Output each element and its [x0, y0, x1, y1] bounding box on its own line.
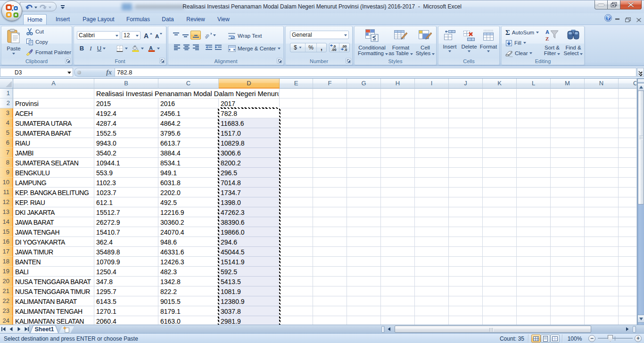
- cell-C9[interactable]: 949.1: [158, 168, 218, 178]
- cell-D18[interactable]: 15141.9: [219, 257, 279, 267]
- cell-A3[interactable]: ACEH: [13, 108, 94, 118]
- format-painter-button[interactable]: Format Painter: [26, 48, 71, 57]
- cell-C7[interactable]: 3884.4: [158, 148, 218, 158]
- cell-D2[interactable]: 2017: [219, 98, 279, 108]
- cell-A21[interactable]: NUSA TENGGARA TIMUR: [13, 286, 94, 296]
- cell-D8[interactable]: 8200.2: [219, 158, 279, 168]
- comma-style-button[interactable]: ,: [317, 43, 326, 52]
- cell-C15[interactable]: 24070.4: [158, 227, 218, 237]
- insert-function-button[interactable]: fx: [106, 69, 112, 76]
- cell-A7[interactable]: JAMBI: [13, 148, 94, 158]
- cell-B4[interactable]: 4287.4: [94, 118, 158, 128]
- cell-A16[interactable]: DI YOGYAKARTA: [13, 237, 94, 247]
- tab-split-handle[interactable]: [381, 326, 385, 333]
- autosum-button[interactable]: Σ AutoSum: [505, 28, 539, 37]
- office-button[interactable]: [1, 0, 22, 21]
- font-name-combo[interactable]: Calibri: [77, 31, 120, 40]
- number-dialog-launcher[interactable]: [346, 58, 351, 64]
- scroll-right-button[interactable]: [625, 327, 630, 332]
- cell-D13[interactable]: 47262.3: [219, 207, 279, 217]
- cell-D11[interactable]: 1734.7: [219, 188, 279, 197]
- cell-B24[interactable]: 2060.4: [94, 316, 158, 325]
- middle-align-button[interactable]: [181, 31, 190, 40]
- cell-C6[interactable]: 6613.7: [158, 138, 218, 148]
- cell-A11[interactable]: KEP. BANGKA BELITUNG: [13, 188, 94, 197]
- cell-B6[interactable]: 9943.0: [94, 138, 158, 148]
- decrease-indent-button[interactable]: [204, 43, 213, 52]
- select-all-corner[interactable]: [0, 79, 13, 89]
- cell-A18[interactable]: BANTEN: [13, 257, 94, 267]
- minimize-button[interactable]: [594, 0, 608, 9]
- cell-C13[interactable]: 12216.9: [158, 207, 218, 217]
- font-color-button[interactable]: A: [147, 44, 161, 53]
- cell-A6[interactable]: RIAU: [13, 138, 94, 148]
- borders-button[interactable]: [115, 44, 129, 53]
- cell-D14[interactable]: 38390.6: [219, 217, 279, 227]
- cell-A2[interactable]: Provinsi: [13, 98, 94, 108]
- cell-A14[interactable]: JAWA BARAT: [13, 217, 94, 227]
- cell-B3[interactable]: 4192.4: [94, 108, 158, 118]
- increase-decimal-button[interactable]: .0 .00: [330, 43, 339, 52]
- cell-D10[interactable]: 7014.8: [219, 178, 279, 188]
- italic-button[interactable]: I: [87, 44, 95, 53]
- cell-B5[interactable]: 1552.5: [94, 128, 158, 138]
- underline-button[interactable]: U: [95, 44, 107, 53]
- row-header-19[interactable]: 19: [0, 267, 13, 277]
- row-header-10[interactable]: 10: [0, 178, 13, 188]
- restore-button[interactable]: [608, 0, 620, 9]
- cell-C3[interactable]: 2456.1: [158, 108, 218, 118]
- cell-B7[interactable]: 3540.2: [94, 148, 158, 158]
- tab-insert[interactable]: Insert: [51, 14, 74, 24]
- column-header-O[interactable]: O: [619, 79, 637, 89]
- cell-C11[interactable]: 2202.0: [158, 188, 218, 197]
- scroll-left-button[interactable]: [387, 327, 392, 332]
- cell-D15[interactable]: 19866.0: [219, 227, 279, 237]
- clipboard-dialog-launcher[interactable]: [65, 58, 71, 64]
- row-header-8[interactable]: 8: [0, 158, 13, 168]
- cell-A4[interactable]: SUMATERA UTARA: [13, 118, 94, 128]
- cell-C14[interactable]: 30360.2: [158, 217, 218, 227]
- cell-A12[interactable]: KEP. RIAU: [13, 197, 94, 207]
- cell-A13[interactable]: DKI JAKARTA: [13, 207, 94, 217]
- zoom-in-button[interactable]: +: [635, 335, 642, 342]
- accounting-format-button[interactable]: $: [290, 43, 305, 52]
- increase-indent-button[interactable]: [214, 43, 223, 52]
- cell-D3[interactable]: 782.8: [219, 108, 279, 118]
- cell-C20[interactable]: 1342.8: [158, 277, 218, 286]
- vertical-scroll-thumb[interactable]: [638, 90, 644, 204]
- column-header-H[interactable]: H: [381, 79, 415, 89]
- row-header-1[interactable]: 1: [0, 89, 13, 98]
- last-sheet-button[interactable]: [24, 327, 29, 332]
- cell-D24[interactable]: 2981.9: [219, 316, 279, 325]
- wrap-text-button[interactable]: Wrap Text: [228, 32, 262, 40]
- sheet-tab-sheet1[interactable]: Sheet1: [30, 325, 59, 334]
- cell-C12[interactable]: 492.5: [158, 197, 218, 207]
- column-header-L[interactable]: L: [517, 79, 551, 89]
- cell-C8[interactable]: 8534.1: [158, 158, 218, 168]
- cell-C5[interactable]: 3795.6: [158, 128, 218, 138]
- row-header-13[interactable]: 13: [0, 207, 13, 217]
- cell-B22[interactable]: 6143.5: [94, 296, 158, 306]
- tab-view[interactable]: View: [212, 14, 235, 24]
- cell-D6[interactable]: 10829.8: [219, 138, 279, 148]
- copy-button[interactable]: Copy: [26, 38, 48, 46]
- fill-button[interactable]: Fill: [505, 39, 526, 47]
- clear-button[interactable]: Clear: [505, 49, 532, 57]
- cell-B18[interactable]: 10709.9: [94, 257, 158, 267]
- row-header-22[interactable]: 22: [0, 296, 13, 306]
- cell-B9[interactable]: 553.9: [94, 168, 158, 178]
- cell-C24[interactable]: 6163.0: [158, 316, 218, 325]
- cell-C22[interactable]: 9015.5: [158, 296, 218, 306]
- zoom-out-button[interactable]: −: [588, 335, 595, 342]
- row-header-5[interactable]: 5: [0, 128, 13, 138]
- cell-B20[interactable]: 347.8: [94, 277, 158, 286]
- cell-D9[interactable]: 296.5: [219, 168, 279, 178]
- page-break-view-button[interactable]: [550, 335, 560, 343]
- row-header-24[interactable]: 24: [0, 316, 13, 325]
- font-size-combo[interactable]: 12: [122, 31, 140, 40]
- align-right-button[interactable]: [191, 43, 200, 52]
- font-dialog-launcher[interactable]: [159, 58, 165, 64]
- row-header-2[interactable]: 2: [0, 98, 13, 108]
- first-sheet-button[interactable]: [1, 327, 6, 332]
- expand-formula-bar-button[interactable]: [637, 68, 644, 77]
